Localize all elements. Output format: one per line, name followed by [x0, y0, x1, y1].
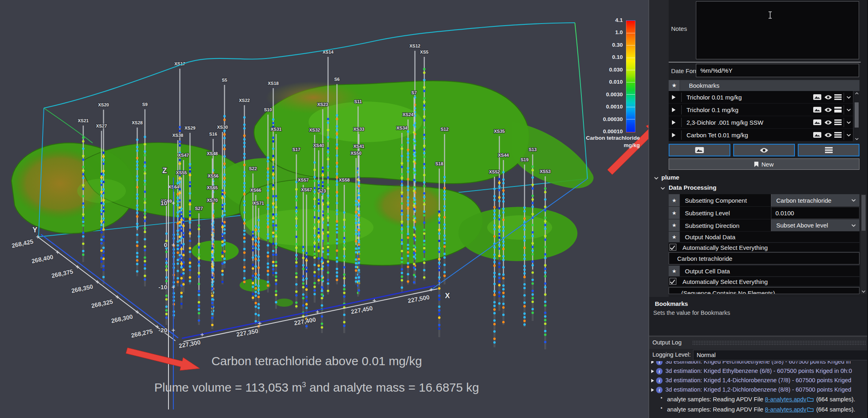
chevron-down-icon[interactable] [846, 134, 851, 136]
star-icon[interactable]: ★ [669, 266, 680, 276]
expand-triangle-icon[interactable] [651, 361, 654, 364]
list-icon[interactable] [834, 94, 842, 100]
image-icon[interactable] [813, 107, 821, 113]
bookmarks-scrollbar[interactable] [853, 91, 859, 141]
star-icon[interactable]: ★ [669, 207, 680, 219]
selected-analyte-item[interactable]: Carbon tetrachloride [669, 252, 859, 264]
date-format-input[interactable]: %m/%d/%Y [696, 64, 859, 77]
bookmark-row[interactable]: Carbon Tet 0.01 mg/kg [669, 129, 853, 141]
chevron-down-icon [654, 177, 659, 180]
divider [669, 62, 861, 63]
expand-triangle-icon[interactable] [651, 379, 654, 383]
log-entry[interactable]: i 3d estimation: Kriged Perchloroethylen… [649, 361, 868, 367]
bullet-icon: • [661, 395, 663, 401]
chevron-down-icon[interactable] [846, 96, 851, 99]
bookmark-label: Carbon Tet 0.01 mg/kg [687, 129, 748, 141]
log-entry[interactable]: i 3d estimation: Kriged 1,4-Dichlorobenz… [649, 376, 868, 386]
expand-triangle-icon[interactable] [651, 369, 654, 373]
checkbox[interactable] [669, 244, 676, 251]
section-data-processing[interactable]: Data Processing [669, 184, 717, 193]
expand-triangle-icon[interactable] [672, 120, 676, 125]
list-icon[interactable] [834, 132, 842, 138]
svg-text:XS67: XS67 [301, 187, 312, 192]
svg-text:0: 0 [164, 241, 167, 248]
image-icon[interactable] [813, 119, 821, 125]
file-link[interactable]: 8-analytes.apdv [765, 396, 806, 403]
log-entry[interactable]: • analyte samples: Reading APDV File 8-a… [649, 405, 868, 415]
svg-text:XS27: XS27 [96, 123, 107, 128]
svg-text:XS35: XS35 [494, 129, 505, 134]
expand-triangle-icon[interactable] [672, 108, 676, 112]
clipped-item[interactable]: (Sequence Contains No Elements) [669, 287, 859, 294]
show-list-button[interactable] [798, 144, 859, 156]
svg-text:XS40: XS40 [313, 143, 324, 148]
subsetting-component-dropdown[interactable]: Carbon tetrachloride [771, 194, 859, 206]
log-entry[interactable]: i 3d estimation: Kriged 1,2-Dichlorobenz… [649, 386, 868, 395]
logging-level-select[interactable]: Normal [693, 350, 868, 360]
property-row-subsetting-direction: ★ Subsetting Direction Subset Above leve… [669, 219, 859, 231]
scrollbar-thumb[interactable] [862, 195, 866, 231]
colorbar-tick-label: 0.10 [612, 54, 623, 60]
scroll-up-icon[interactable] [855, 92, 859, 95]
application-window: { "viewport": { "background": "#3d3f49",… [0, 0, 868, 418]
colorbar-tick-label: 0.0010 [606, 104, 623, 110]
notes-label: Notes [671, 25, 687, 32]
list-icon[interactable] [834, 107, 842, 113]
properties-scrollbar[interactable] [861, 194, 866, 294]
property-row-subsetting-component: ★ Subsetting Component Carbon tetrachlor… [669, 194, 859, 206]
logging-level-label: Logging Level: [652, 351, 691, 358]
eye-icon[interactable] [824, 95, 832, 100]
eye-icon[interactable] [824, 132, 832, 138]
output-log-header[interactable]: Output Log [649, 337, 868, 349]
property-label: Subsetting Level [685, 210, 730, 217]
scrollbar-thumb[interactable] [855, 102, 859, 128]
star-icon[interactable]: ★ [669, 232, 680, 242]
star-icon[interactable]: ★ [669, 194, 680, 206]
svg-text:S27: S27 [195, 206, 203, 211]
chevron-down-icon[interactable] [846, 121, 851, 124]
show-visibility-button[interactable] [733, 144, 795, 156]
scroll-down-icon[interactable] [862, 290, 866, 293]
chevron-down-icon [851, 199, 856, 202]
bookmark-row[interactable]: Tricholor 0.1 mg/kg [669, 104, 853, 116]
expand-triangle-icon[interactable] [672, 95, 676, 100]
svg-text:XS50: XS50 [351, 151, 362, 156]
folder-icon[interactable] [807, 407, 814, 412]
log-entry[interactable]: • analyte samples: Reading APDV File 8-a… [649, 395, 868, 405]
svg-text:268,375: 268,375 [51, 268, 74, 279]
svg-text:XS70: XS70 [207, 198, 218, 203]
svg-text:268,350: 268,350 [71, 283, 94, 294]
3d-viewport[interactable]: XS17S5XS14XS12XS5XS20S9XS22XS18S10S6XS23… [0, 0, 648, 418]
file-link[interactable]: 8-analytes.apdv [765, 406, 806, 413]
caption-line2: Plume volume = 113,053 m3 and analyte ma… [146, 378, 487, 394]
image-icon[interactable] [813, 132, 821, 138]
chevron-down-icon[interactable] [846, 108, 851, 111]
svg-text:XS31: XS31 [271, 127, 282, 132]
bookmark-icon [754, 162, 758, 167]
log-entry[interactable]: i 3d estimation: Kriged Ethylbenzene (6/… [649, 367, 868, 376]
star-icon[interactable]: ★ [669, 219, 680, 231]
svg-text:XS12: XS12 [410, 43, 421, 48]
eye-icon[interactable] [824, 107, 832, 113]
checkbox[interactable] [669, 278, 676, 285]
section-plume[interactable]: plume [661, 174, 679, 183]
subsetting-direction-dropdown[interactable]: Subset Above level [771, 219, 859, 231]
folder-icon[interactable] [807, 397, 814, 402]
bookmark-row[interactable]: 2,3-Dichlor .001 mg/kg SSW [669, 116, 853, 129]
svg-text:S22: S22 [249, 166, 257, 171]
subsetting-level-input[interactable]: 0.0100 [771, 207, 859, 219]
image-icon[interactable] [813, 94, 821, 100]
notes-textarea[interactable] [696, 1, 859, 59]
show-image-button[interactable] [669, 144, 730, 156]
scroll-down-icon[interactable] [855, 138, 859, 140]
expand-triangle-icon[interactable] [672, 133, 676, 137]
expand-triangle-icon[interactable] [651, 388, 654, 392]
list-icon[interactable] [834, 119, 842, 125]
output-log-list[interactable]: i 3d estimation: Kriged Perchloroethylen… [649, 361, 868, 418]
svg-text:S13: S13 [529, 147, 537, 152]
svg-text:S23: S23 [318, 188, 326, 193]
bookmark-row[interactable]: Tricholor 0.01 mg/kg [669, 91, 853, 104]
eye-icon[interactable] [824, 120, 832, 125]
eye-icon [760, 147, 769, 153]
new-bookmark-button[interactable]: New [669, 158, 859, 170]
